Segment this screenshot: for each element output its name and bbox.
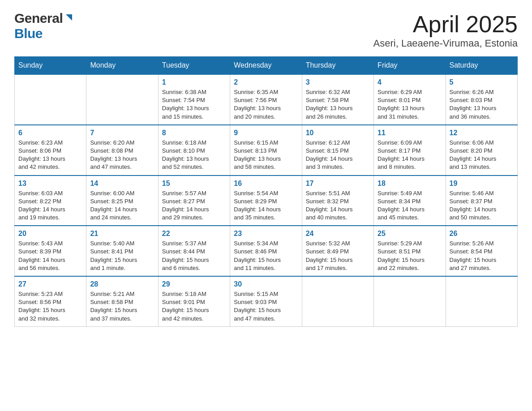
- table-row: 5Sunrise: 6:26 AM Sunset: 8:03 PM Daylig…: [446, 74, 517, 125]
- table-row: 23Sunrise: 5:34 AM Sunset: 8:46 PM Dayli…: [230, 226, 302, 276]
- day-number: 8: [162, 129, 226, 137]
- page-subtitle: Aseri, Laeaene-Virumaa, Estonia: [373, 38, 518, 49]
- header-sunday: Sunday: [15, 57, 86, 75]
- header-tuesday: Tuesday: [158, 57, 230, 75]
- table-row: 4Sunrise: 6:29 AM Sunset: 8:01 PM Daylig…: [374, 74, 446, 125]
- table-row: 22Sunrise: 5:37 AM Sunset: 8:44 PM Dayli…: [158, 226, 230, 276]
- table-row: 27Sunrise: 5:23 AM Sunset: 8:56 PM Dayli…: [15, 276, 86, 326]
- title-block: April 2025 Aseri, Laeaene-Virumaa, Eston…: [373, 11, 518, 49]
- day-number: 9: [234, 129, 298, 137]
- day-number: 15: [162, 180, 226, 188]
- table-row: [446, 276, 517, 326]
- table-row: 19Sunrise: 5:46 AM Sunset: 8:37 PM Dayli…: [446, 176, 517, 226]
- calendar-week-1: 1Sunrise: 6:38 AM Sunset: 7:54 PM Daylig…: [15, 74, 518, 125]
- day-number: 17: [306, 180, 370, 188]
- table-row: 9Sunrise: 6:15 AM Sunset: 8:13 PM Daylig…: [230, 125, 302, 176]
- header-saturday: Saturday: [446, 57, 517, 75]
- day-number: 19: [450, 180, 514, 188]
- day-number: 27: [18, 280, 82, 288]
- table-row: 2Sunrise: 6:35 AM Sunset: 7:56 PM Daylig…: [230, 74, 302, 125]
- day-info: Sunrise: 6:06 AM Sunset: 8:20 PM Dayligh…: [450, 139, 514, 171]
- day-number: 7: [90, 129, 154, 137]
- day-number: 5: [450, 78, 514, 86]
- table-row: 8Sunrise: 6:18 AM Sunset: 8:10 PM Daylig…: [158, 125, 230, 176]
- page-header: General Blue April 2025 Aseri, Laeaene-V…: [14, 11, 518, 49]
- day-info: Sunrise: 5:37 AM Sunset: 8:44 PM Dayligh…: [162, 240, 226, 272]
- day-number: 2: [234, 78, 298, 86]
- table-row: 18Sunrise: 5:49 AM Sunset: 8:34 PM Dayli…: [374, 176, 446, 226]
- table-row: 12Sunrise: 6:06 AM Sunset: 8:20 PM Dayli…: [446, 125, 517, 176]
- table-row: [374, 276, 446, 326]
- day-info: Sunrise: 5:18 AM Sunset: 9:01 PM Dayligh…: [162, 290, 226, 323]
- table-row: 24Sunrise: 5:32 AM Sunset: 8:49 PM Dayli…: [302, 226, 373, 276]
- day-info: Sunrise: 6:23 AM Sunset: 8:06 PM Dayligh…: [18, 139, 82, 171]
- table-row: 1Sunrise: 6:38 AM Sunset: 7:54 PM Daylig…: [158, 74, 230, 125]
- logo-general-text: General: [14, 11, 63, 26]
- header-friday: Friday: [374, 57, 446, 75]
- day-info: Sunrise: 6:12 AM Sunset: 8:15 PM Dayligh…: [306, 139, 370, 171]
- table-row: 30Sunrise: 5:15 AM Sunset: 9:03 PM Dayli…: [230, 276, 302, 326]
- day-info: Sunrise: 6:20 AM Sunset: 8:08 PM Dayligh…: [90, 139, 154, 171]
- day-info: Sunrise: 6:32 AM Sunset: 7:58 PM Dayligh…: [306, 88, 370, 121]
- day-number: 16: [234, 180, 298, 188]
- day-number: 10: [306, 129, 370, 137]
- calendar-week-5: 27Sunrise: 5:23 AM Sunset: 8:56 PM Dayli…: [15, 276, 518, 326]
- day-number: 18: [378, 180, 442, 188]
- day-number: 1: [162, 78, 226, 86]
- day-info: Sunrise: 6:26 AM Sunset: 8:03 PM Dayligh…: [450, 88, 514, 121]
- table-row: 20Sunrise: 5:43 AM Sunset: 8:39 PM Dayli…: [15, 226, 86, 276]
- day-number: 14: [90, 180, 154, 188]
- day-number: 23: [234, 230, 298, 238]
- day-number: 4: [378, 78, 442, 86]
- day-info: Sunrise: 6:35 AM Sunset: 7:56 PM Dayligh…: [234, 88, 298, 121]
- header-thursday: Thursday: [302, 57, 373, 75]
- day-info: Sunrise: 5:51 AM Sunset: 8:32 PM Dayligh…: [306, 189, 370, 222]
- day-number: 24: [306, 230, 370, 238]
- table-row: 29Sunrise: 5:18 AM Sunset: 9:01 PM Dayli…: [158, 276, 230, 326]
- table-row: [15, 74, 86, 125]
- day-number: 13: [18, 180, 82, 188]
- day-number: 21: [90, 230, 154, 238]
- day-number: 11: [378, 129, 442, 137]
- day-info: Sunrise: 6:15 AM Sunset: 8:13 PM Dayligh…: [234, 139, 298, 171]
- calendar-week-2: 6Sunrise: 6:23 AM Sunset: 8:06 PM Daylig…: [15, 125, 518, 176]
- day-number: 22: [162, 230, 226, 238]
- table-row: 6Sunrise: 6:23 AM Sunset: 8:06 PM Daylig…: [15, 125, 86, 176]
- day-info: Sunrise: 5:46 AM Sunset: 8:37 PM Dayligh…: [450, 189, 514, 222]
- page-title: April 2025: [373, 11, 518, 38]
- day-number: 12: [450, 129, 514, 137]
- day-number: 29: [162, 280, 226, 288]
- table-row: [86, 74, 158, 125]
- table-row: 3Sunrise: 6:32 AM Sunset: 7:58 PM Daylig…: [302, 74, 373, 125]
- day-info: Sunrise: 6:03 AM Sunset: 8:22 PM Dayligh…: [18, 189, 82, 222]
- table-row: 16Sunrise: 5:54 AM Sunset: 8:29 PM Dayli…: [230, 176, 302, 226]
- calendar-table: Sunday Monday Tuesday Wednesday Thursday…: [14, 56, 518, 327]
- day-info: Sunrise: 6:18 AM Sunset: 8:10 PM Dayligh…: [162, 139, 226, 171]
- day-info: Sunrise: 5:49 AM Sunset: 8:34 PM Dayligh…: [378, 189, 442, 222]
- day-info: Sunrise: 5:32 AM Sunset: 8:49 PM Dayligh…: [306, 240, 370, 272]
- day-info: Sunrise: 5:57 AM Sunset: 8:27 PM Dayligh…: [162, 189, 226, 222]
- day-info: Sunrise: 5:54 AM Sunset: 8:29 PM Dayligh…: [234, 189, 298, 222]
- table-row: 15Sunrise: 5:57 AM Sunset: 8:27 PM Dayli…: [158, 176, 230, 226]
- day-number: 30: [234, 280, 298, 288]
- table-row: 10Sunrise: 6:12 AM Sunset: 8:15 PM Dayli…: [302, 125, 373, 176]
- header-wednesday: Wednesday: [230, 57, 302, 75]
- table-row: [302, 276, 373, 326]
- table-row: 14Sunrise: 6:00 AM Sunset: 8:25 PM Dayli…: [86, 176, 158, 226]
- day-number: 25: [378, 230, 442, 238]
- logo-blue-text: Blue: [14, 26, 43, 41]
- day-info: Sunrise: 5:34 AM Sunset: 8:46 PM Dayligh…: [234, 240, 298, 272]
- calendar-week-4: 20Sunrise: 5:43 AM Sunset: 8:39 PM Dayli…: [15, 226, 518, 276]
- calendar-header-row: Sunday Monday Tuesday Wednesday Thursday…: [15, 57, 518, 75]
- table-row: 25Sunrise: 5:29 AM Sunset: 8:51 PM Dayli…: [374, 226, 446, 276]
- day-info: Sunrise: 5:23 AM Sunset: 8:56 PM Dayligh…: [18, 290, 82, 323]
- day-info: Sunrise: 5:29 AM Sunset: 8:51 PM Dayligh…: [378, 240, 442, 272]
- table-row: 26Sunrise: 5:26 AM Sunset: 8:54 PM Dayli…: [446, 226, 517, 276]
- day-number: 3: [306, 78, 370, 86]
- logo-arrow-icon: [64, 13, 74, 22]
- logo: General Blue: [14, 11, 74, 41]
- day-info: Sunrise: 5:43 AM Sunset: 8:39 PM Dayligh…: [18, 240, 82, 272]
- header-monday: Monday: [86, 57, 158, 75]
- day-info: Sunrise: 5:21 AM Sunset: 8:58 PM Dayligh…: [90, 290, 154, 323]
- day-info: Sunrise: 6:09 AM Sunset: 8:17 PM Dayligh…: [378, 139, 442, 171]
